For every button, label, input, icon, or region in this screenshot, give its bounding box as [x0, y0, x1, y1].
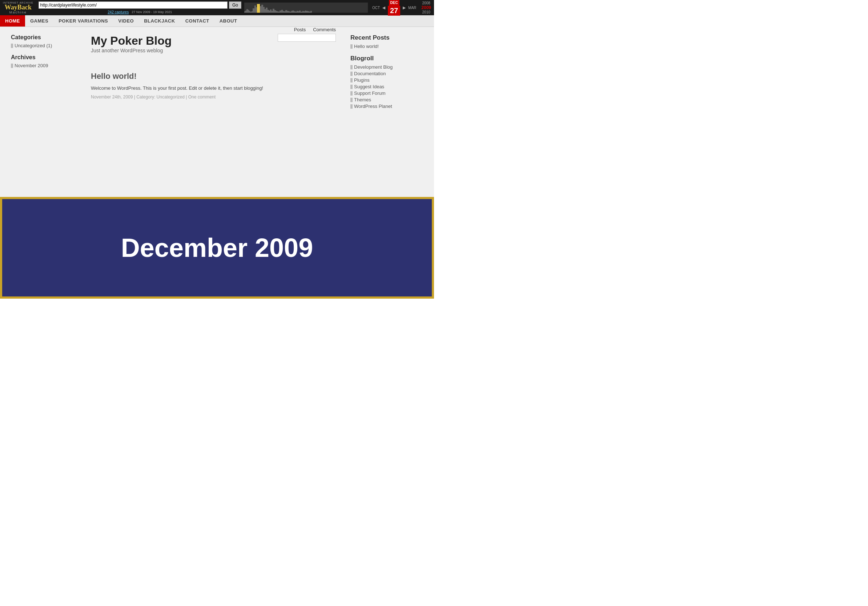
- nav-poker-variations[interactable]: POKER VARIATIONS: [53, 15, 113, 26]
- bullet-icon: [350, 104, 353, 109]
- blog-subtitle: Just another WordPress weblog: [91, 48, 172, 53]
- wayback-logo: INTERNET ARCHIVE WayBack Machine: [3, 2, 33, 14]
- left-sidebar: Categories Uncategorized (1) Archives No…: [11, 34, 76, 110]
- archive-november-2009[interactable]: November 2009: [11, 63, 76, 68]
- day-number: 27: [388, 6, 400, 15]
- year-nav: 2008 2009 2010: [421, 1, 431, 14]
- bullet-icon: [350, 85, 353, 89]
- post-title: Hello world!: [91, 71, 336, 81]
- blogroll-suggest-ideas[interactable]: Suggest Ideas: [350, 84, 423, 90]
- blogroll-themes[interactable]: Themes: [350, 97, 423, 102]
- bullet-icon: [350, 44, 353, 49]
- category-uncategorized[interactable]: Uncategorized (1): [11, 43, 76, 48]
- recent-post-label: Hello world!: [354, 43, 379, 49]
- recent-post-hello-world[interactable]: Hello world!: [350, 43, 423, 49]
- blogroll-label: WordPress Planet: [354, 104, 392, 109]
- blog-title: My Poker Blog: [91, 34, 172, 48]
- right-sidebar: Recent Posts Hello world! Blogroll Devel…: [350, 34, 423, 110]
- posts-comments-tabs: Posts Comments: [294, 27, 336, 32]
- nav-video[interactable]: VIDEO: [113, 15, 139, 26]
- category-label: Uncategorized (1): [14, 43, 52, 48]
- blogroll-documentation[interactable]: Documentation: [350, 71, 423, 76]
- comments-tab[interactable]: Comments: [313, 27, 336, 32]
- blog-wrapper: HOME GAMES POKER VARIATIONS VIDEO BLACKJ…: [0, 15, 434, 197]
- url-row: Go: [39, 2, 241, 9]
- archives-title: Archives: [11, 54, 76, 61]
- blogroll-label: Development Blog: [354, 64, 392, 70]
- bullet-icon: [11, 43, 13, 48]
- timeline-histogram: [244, 3, 368, 13]
- nav-about[interactable]: ABOUT: [214, 15, 242, 26]
- search-input[interactable]: [278, 34, 336, 42]
- nav-games[interactable]: GAMES: [25, 15, 53, 26]
- blogroll-title: Blogroll: [350, 55, 423, 62]
- blogroll-label: Plugins: [354, 77, 370, 83]
- wayback-wordmark: WayBack: [5, 4, 32, 11]
- captures-link[interactable]: 242 captures: [108, 10, 129, 14]
- blog-title-area: My Poker Blog Just another WordPress web…: [91, 34, 172, 53]
- bullet-icon: [350, 98, 353, 102]
- banner-text: December 2009: [121, 233, 313, 263]
- top-blog-area: My Poker Blog Just another WordPress web…: [91, 34, 336, 61]
- go-button[interactable]: Go: [229, 2, 241, 9]
- year-prev: 2008: [422, 1, 430, 5]
- url-input[interactable]: [39, 2, 228, 9]
- mar-label: MAR: [408, 6, 416, 10]
- bullet-icon: [350, 91, 353, 96]
- categories-title: Categories: [11, 34, 76, 41]
- archive-label: November 2009: [14, 63, 48, 68]
- blogroll-wordpress-planet[interactable]: WordPress Planet: [350, 104, 423, 109]
- blogroll-support-forum[interactable]: Support Forum: [350, 90, 423, 96]
- captures-row: 242 captures 27 Nov 2009 - 19 May 2021: [108, 10, 172, 14]
- prev-arrow[interactable]: ◄: [381, 5, 386, 11]
- blogroll-plugins[interactable]: Plugins: [350, 77, 423, 83]
- post-body: Welcome to WordPress. This is your first…: [91, 85, 336, 91]
- blogroll-label: Documentation: [354, 71, 386, 76]
- timeline-nav: OCT ◄ DEC 27 ► MAR: [372, 0, 416, 15]
- oct-label: OCT: [372, 6, 380, 10]
- bullet-icon: [350, 65, 353, 70]
- blog-main: Categories Uncategorized (1) Archives No…: [0, 27, 434, 117]
- recent-posts-title: Recent Posts: [350, 34, 423, 42]
- nav-blackjack[interactable]: BLACKJACK: [139, 15, 180, 26]
- nav-contact[interactable]: CONTACT: [180, 15, 214, 26]
- search-area: Posts Comments: [278, 27, 336, 42]
- dec-label: DEC: [389, 0, 400, 6]
- year-next: 2010: [422, 10, 430, 14]
- blogroll-label: Themes: [354, 97, 371, 102]
- blogroll-label: Suggest Ideas: [354, 84, 384, 90]
- nav-home[interactable]: HOME: [0, 15, 25, 26]
- wayback-bar: INTERNET ARCHIVE WayBack Machine Go 242 …: [0, 0, 434, 15]
- nav-bar: HOME GAMES POKER VARIATIONS VIDEO BLACKJ…: [0, 15, 434, 27]
- bottom-banner: December 2009: [0, 197, 434, 298]
- bullet-icon: [350, 71, 353, 76]
- center-content: My Poker Blog Just another WordPress web…: [76, 34, 350, 110]
- next-arrow[interactable]: ►: [401, 5, 407, 11]
- bullet-icon: [11, 63, 13, 68]
- url-bar-area: Go 242 captures 27 Nov 2009 - 19 May 202…: [39, 2, 241, 14]
- captures-date: 27 Nov 2009 - 19 May 2021: [132, 10, 172, 14]
- blogroll-development-blog[interactable]: Development Blog: [350, 64, 423, 70]
- machine-label: Machine: [9, 11, 27, 14]
- year-current: 2009: [421, 5, 431, 10]
- post-meta: November 24th, 2009 | Category: Uncatego…: [91, 94, 336, 99]
- bullet-icon: [350, 78, 353, 82]
- blogroll-label: Support Forum: [354, 90, 386, 96]
- posts-tab[interactable]: Posts: [294, 27, 306, 32]
